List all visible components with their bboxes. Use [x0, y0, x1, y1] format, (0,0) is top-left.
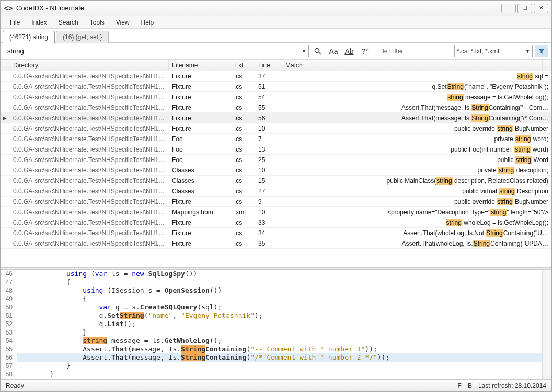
- result-row[interactable]: 0.0.GA-src\src\NHibernate.Test\NHSpecifi…: [1, 82, 551, 92]
- titlebar: <> CodeIDX - NHibernate — ☐ ✕: [1, 1, 551, 16]
- column-ext[interactable]: Ext: [231, 60, 255, 71]
- app-icon: <>: [4, 4, 13, 13]
- result-row[interactable]: 0.0.GA-src\src\NHibernate.Test\NHSpecifi…: [1, 155, 551, 165]
- result-tab-1[interactable]: (16) {get; set;}: [56, 31, 109, 43]
- svg-point-0: [315, 48, 319, 52]
- app-window: <> CodeIDX - NHibernate — ☐ ✕ FileIndexS…: [0, 0, 552, 392]
- code-preview-pane: 464748495051525354555657585960 using (va…: [1, 270, 551, 379]
- column-filename[interactable]: Filename: [169, 60, 231, 71]
- status-refresh: Last refresh: 28.10.2014: [478, 382, 546, 389]
- file-filter-input[interactable]: [374, 45, 452, 57]
- code-content[interactable]: using (var ls = new SqlLogSpy()) { using…: [15, 270, 542, 379]
- chevron-down-icon: ▼: [525, 49, 530, 54]
- menu-search[interactable]: Search: [53, 18, 84, 27]
- line-gutter: 464748495051525354555657585960: [1, 270, 15, 379]
- match-case-icon[interactable]: Aa: [327, 45, 340, 57]
- column-match[interactable]: Match: [282, 60, 543, 71]
- menu-help[interactable]: Help: [136, 18, 159, 27]
- code-scrollbar[interactable]: [542, 270, 551, 379]
- status-flag-f: F: [458, 382, 462, 389]
- column-line[interactable]: Line: [255, 60, 282, 71]
- result-row[interactable]: 0.0.GA-src\src\NHibernate.Test\NHSpecifi…: [1, 238, 551, 249]
- tabstrip: (46271) string(16) {get; set;}: [1, 29, 551, 43]
- minimize-button[interactable]: —: [501, 4, 516, 13]
- result-row[interactable]: 0.0.GA-src\src\NHibernate.Test\NHSpecifi…: [1, 217, 551, 228]
- search-input[interactable]: [4, 45, 298, 57]
- results-grid[interactable]: 0.0.GA-src\src\NHibernate.Test\NHSpecifi…: [1, 71, 551, 267]
- column-directory[interactable]: Directory: [10, 60, 169, 71]
- result-row[interactable]: 0.0.GA-src\src\NHibernate.Test\NHSpecifi…: [1, 71, 551, 82]
- result-row[interactable]: 0.0.GA-src\src\NHibernate.Test\NHSpecifi…: [1, 123, 551, 134]
- menu-index[interactable]: Index: [26, 18, 52, 27]
- result-row[interactable]: 0.0.GA-src\src\NHibernate.Test\NHSpecifi…: [1, 102, 551, 113]
- close-button[interactable]: ✕: [534, 4, 548, 13]
- menu-tools[interactable]: Tools: [85, 18, 110, 27]
- extension-filter-value: *.cs; *.txt; *.xml: [457, 48, 499, 55]
- result-row[interactable]: 0.0.GA-src\src\NHibernate.Test\NHSpecifi…: [1, 186, 551, 197]
- result-row[interactable]: ▶0.0.GA-src\src\NHibernate.Test\NHSpecif…: [1, 113, 551, 123]
- result-tab-0[interactable]: (46271) string: [3, 31, 55, 43]
- search-history-dropdown[interactable]: ▼: [300, 45, 309, 57]
- extension-filter-dropdown[interactable]: *.cs; *.txt; *.xml ▼: [454, 45, 533, 57]
- maximize-button[interactable]: ☐: [518, 4, 532, 13]
- window-title: CodeIDX - NHibernate: [16, 4, 84, 12]
- statusbar: Ready F B Last refresh: 28.10.2014: [1, 379, 551, 391]
- results-header: Directory Filename Ext Line Match: [1, 60, 551, 71]
- result-row[interactable]: 0.0.GA-src\src\NHibernate.Test\NHSpecifi…: [1, 207, 551, 217]
- result-row[interactable]: 0.0.GA-src\src\NHibernate.Test\NHSpecifi…: [1, 165, 551, 176]
- result-row[interactable]: 0.0.GA-src\src\NHibernate.Test\NHSpecifi…: [1, 228, 551, 238]
- menubar: FileIndexSearchToolsViewHelp: [1, 16, 551, 29]
- result-row[interactable]: 0.0.GA-src\src\NHibernate.Test\NHSpecifi…: [1, 92, 551, 102]
- svg-line-1: [319, 52, 321, 54]
- status-flag-b: B: [468, 382, 472, 389]
- result-row[interactable]: 0.0.GA-src\src\NHibernate.Test\NHSpecifi…: [1, 144, 551, 155]
- status-text: Ready: [6, 382, 24, 389]
- result-row[interactable]: 0.0.GA-src\src\NHibernate.Test\NHSpecifi…: [1, 134, 551, 144]
- menu-file[interactable]: File: [5, 18, 25, 27]
- menu-view[interactable]: View: [111, 18, 135, 27]
- search-icon[interactable]: [311, 45, 325, 57]
- search-toolbar: ▼ Aa Ab ?* *.cs; *.txt; *.xml ▼: [1, 43, 551, 60]
- whole-word-icon[interactable]: Ab: [342, 45, 356, 57]
- filter-button[interactable]: [535, 45, 548, 57]
- result-row[interactable]: 0.0.GA-src\src\NHibernate.Test\NHSpecifi…: [1, 176, 551, 186]
- regex-icon[interactable]: ?*: [358, 45, 372, 57]
- result-row[interactable]: 0.0.GA-src\src\NHibernate.Test\NHSpecifi…: [1, 197, 551, 207]
